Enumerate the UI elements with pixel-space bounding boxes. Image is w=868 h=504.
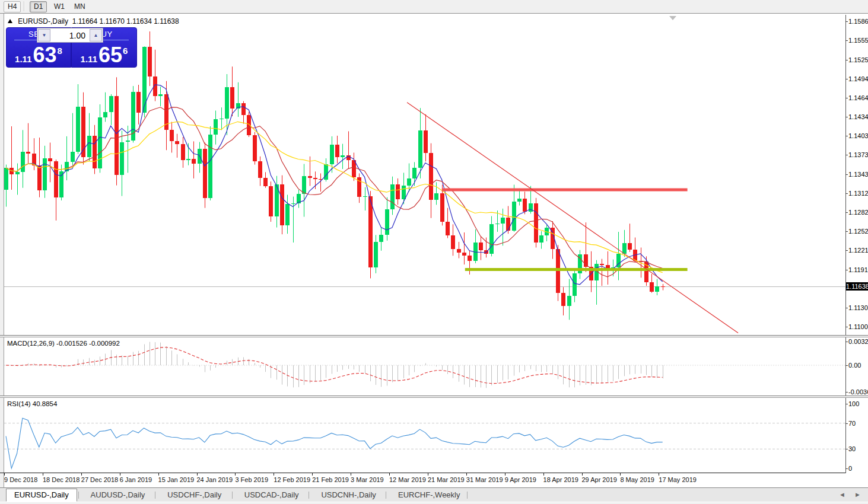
- timeframe-mn-button[interactable]: MN: [70, 1, 90, 12]
- price-tick-mark: [845, 40, 848, 41]
- rsi-tick-mark: [845, 468, 848, 469]
- one-click-trading-panel: SELL 1.11 63 8 BUY 1.11 65 6 ▼ 1.00 ▲: [6, 27, 136, 66]
- date-label: 21 Mar 2019: [428, 476, 465, 483]
- bottom-strip: [0, 502, 868, 504]
- window-left-frame: [0, 14, 4, 504]
- tab-usdchf-daily[interactable]: USDCHF-,Daily: [160, 489, 229, 500]
- tab-separator: [467, 492, 468, 499]
- date-label: 29 Apr 2019: [582, 476, 617, 483]
- sell-price: 1.11 63 8: [7, 44, 71, 66]
- macd-tick-label: -0.003652: [848, 388, 868, 396]
- collapse-triangle-icon[interactable]: [8, 19, 12, 23]
- rsi-label: RSI(14) 40.8854: [7, 400, 57, 407]
- date-tick-mark: [235, 473, 236, 476]
- date-tick-mark: [274, 473, 274, 476]
- date-label: 27 Dec 2018: [81, 476, 118, 483]
- date-tick-mark: [120, 473, 120, 476]
- tab-eurchf-weekly[interactable]: EURCHF-,Weekly: [390, 489, 468, 500]
- rsi-tick-label: 70: [848, 419, 856, 428]
- timeframe-toolbar: H4D1W1MN: [0, 0, 868, 14]
- date-label: 24 Jan 2019: [197, 476, 233, 483]
- date-tick-mark: [351, 473, 351, 476]
- price-tick-label: 1.11305: [848, 304, 868, 312]
- tab-scroll-right-button[interactable]: ►: [854, 491, 861, 498]
- buy-price-pip: 6: [123, 46, 128, 56]
- chart-ohlc-values: 1.11664 1.11670 1.11634 1.11638: [72, 17, 179, 25]
- date-label: 3 Feb 2019: [235, 476, 268, 483]
- rsi-tick-mark: [845, 404, 848, 404]
- price-axis-spine: [845, 15, 846, 473]
- buy-price: 1.11 65 6: [72, 44, 136, 66]
- date-label: 9 Dec 2018: [4, 476, 37, 483]
- rsi-tick-label: 100: [848, 400, 859, 408]
- price-tick-label: 1.12520: [848, 227, 868, 235]
- tab-separator: [232, 492, 233, 499]
- price-tick-mark: [845, 270, 848, 270]
- price-tick-label: 1.14645: [848, 94, 868, 102]
- price-tick-label: 1.13430: [848, 170, 868, 178]
- chart-tab-bar: EURUSD-,DailyAUDUSD-,DailyUSDCHF-,DailyU…: [0, 487, 868, 502]
- date-label: 9 Apr 2019: [505, 476, 536, 483]
- date-tick-mark: [158, 473, 159, 476]
- price-tick-label: 1.15250: [848, 56, 868, 64]
- timeframe-d1-button[interactable]: D1: [30, 1, 47, 12]
- date-label: 15 Jan 2019: [158, 476, 195, 483]
- tab-usdcnh-daily[interactable]: USDCNH-,Daily: [313, 489, 383, 500]
- price-tick-mark: [845, 193, 848, 194]
- rsi-tick-label: 0: [848, 464, 852, 473]
- date-label: 31 Mar 2019: [466, 476, 503, 483]
- tab-audusd-daily[interactable]: AUDUSD-,Daily: [83, 489, 153, 500]
- price-tick-mark: [845, 174, 848, 175]
- price-tick-mark: [845, 308, 848, 308]
- rsi-panel-canvas[interactable]: [4, 398, 845, 473]
- price-tick-label: 1.14945: [848, 75, 868, 83]
- price-tick-label: 1.14340: [848, 113, 868, 121]
- chart-shift-marker-icon[interactable]: [669, 16, 676, 20]
- sell-price-prefix: 1.11: [15, 54, 31, 64]
- macd-tick-label: 0.00: [848, 361, 861, 369]
- price-tick-mark: [845, 155, 848, 155]
- price-tick-label: 1.12215: [848, 246, 868, 254]
- price-tick-label: 1.15860: [848, 17, 868, 25]
- price-tick-mark: [845, 212, 848, 213]
- date-label: 21 Feb 2019: [312, 476, 349, 483]
- date-label: 3 Mar 2019: [351, 476, 384, 483]
- price-tick-label: 1.12820: [848, 208, 868, 216]
- macd-panel-canvas[interactable]: [4, 338, 845, 395]
- tab-usdcad-daily[interactable]: USDCAD-,Daily: [237, 489, 307, 500]
- buy-price-big: 65: [98, 44, 122, 66]
- date-label: 12 Feb 2019: [274, 476, 310, 483]
- volume-increase-button[interactable]: ▲: [90, 29, 102, 42]
- date-tick-mark: [312, 473, 313, 476]
- price-tick-label: 1.11000: [848, 323, 868, 331]
- date-tick-mark: [197, 473, 198, 476]
- tab-separator: [309, 492, 309, 499]
- timeframe-w1-button[interactable]: W1: [50, 1, 69, 12]
- date-tick-mark: [43, 473, 43, 476]
- price-tick-mark: [845, 327, 848, 327]
- date-tick-mark: [389, 473, 390, 476]
- date-label: 18 Apr 2019: [543, 476, 578, 483]
- tab-eurusd-daily[interactable]: EURUSD-,Daily: [6, 489, 77, 502]
- price-tick-mark: [845, 136, 848, 136]
- chart-title: EURUSD-,Daily 1.11664 1.11670 1.11634 1.…: [8, 17, 179, 25]
- date-tick-mark: [466, 473, 467, 476]
- price-tick-mark: [845, 21, 848, 22]
- date-label: 6 Jan 2019: [120, 476, 152, 483]
- rsi-splitter[interactable]: [0, 395, 868, 398]
- buy-price-prefix: 1.11: [81, 54, 97, 64]
- price-tick-label: 1.11910: [848, 266, 868, 274]
- date-tick-mark: [620, 473, 621, 476]
- date-label: 18 Dec 2018: [43, 476, 80, 483]
- price-tick-label: 1.15555: [848, 36, 868, 44]
- tab-scroll-left-button[interactable]: ◄: [839, 491, 845, 498]
- rsi-tick-mark: [845, 449, 848, 449]
- volume-decrease-button[interactable]: ▼: [38, 29, 50, 42]
- rsi-tick-label: 30: [848, 445, 856, 453]
- rsi-tick-mark: [845, 423, 848, 424]
- date-tick-mark: [505, 473, 505, 476]
- macd-splitter[interactable]: [0, 335, 868, 337]
- volume-input[interactable]: ▼ 1.00 ▲: [37, 28, 103, 43]
- timeframe-h4-button[interactable]: H4: [4, 1, 21, 12]
- macd-tick-mark: [845, 365, 848, 366]
